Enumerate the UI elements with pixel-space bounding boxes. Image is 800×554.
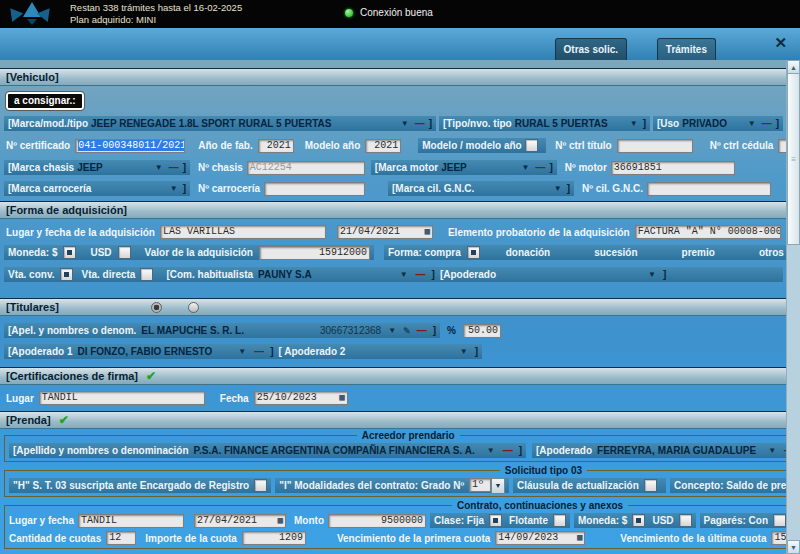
dropdown-icon[interactable]: ▼ bbox=[520, 163, 532, 172]
dropdown-icon[interactable]: ▼ bbox=[153, 163, 165, 172]
tab-tramites[interactable]: Trámites bbox=[657, 38, 716, 60]
connection-label: Conexión buena bbox=[360, 7, 433, 18]
dropdown-icon[interactable]: ▼ bbox=[386, 326, 398, 335]
modelo-anio-input[interactable]: 2021 bbox=[365, 139, 401, 153]
edit-icon[interactable]: ✎ bbox=[403, 326, 411, 336]
dropdown-icon[interactable]: ▼ bbox=[458, 347, 470, 356]
dropdown-icon[interactable]: ▼ bbox=[628, 119, 640, 128]
a-consignar-button[interactable]: a consignar.: bbox=[6, 92, 84, 110]
cert-fecha-input[interactable]: 25/10/2023 ▦ bbox=[254, 391, 348, 405]
dropdown-icon[interactable]: ▼ bbox=[491, 478, 505, 494]
titular-radio-2[interactable] bbox=[188, 302, 199, 313]
connection-status: Conexión buena bbox=[345, 7, 433, 18]
remove-icon[interactable]: — bbox=[502, 445, 514, 456]
vta-directa-checkbox[interactable] bbox=[140, 268, 153, 281]
remove-icon[interactable]: — bbox=[415, 269, 427, 280]
vta-conv-checkbox[interactable] bbox=[60, 268, 73, 281]
remove-icon[interactable]: — bbox=[416, 325, 428, 336]
remove-icon[interactable]: — bbox=[414, 118, 426, 129]
contrato-lugar-input[interactable]: TANDIL bbox=[78, 514, 184, 528]
donacion-label[interactable]: donación bbox=[506, 247, 550, 258]
cert-lugar-input[interactable]: TANDIL bbox=[39, 391, 205, 405]
tipo-nvo-tipo-group: [Tipo/nvo. tipo RURAL 5 PUERTAS ▼ ] bbox=[439, 116, 650, 131]
lugar-adquisicion-input[interactable]: LAS VARILLAS bbox=[160, 225, 326, 239]
tab-otras-solicitudes[interactable]: Otras solic. bbox=[555, 38, 627, 60]
compra-checkbox[interactable] bbox=[467, 246, 480, 259]
contrato-fecha-input[interactable]: 27/04/2021 ▦ bbox=[194, 514, 286, 528]
calendar-icon[interactable]: ▦ bbox=[425, 227, 430, 237]
remove-icon[interactable]: — bbox=[253, 346, 265, 357]
premio-label[interactable]: premio bbox=[682, 247, 715, 258]
bracket-close: ] bbox=[567, 183, 570, 194]
importe-input[interactable]: 1209 bbox=[242, 531, 306, 545]
certificado-input[interactable]: 041-000348011/2021 bbox=[75, 139, 185, 153]
dropdown-icon[interactable]: ▼ bbox=[552, 184, 564, 193]
flotante-checkbox[interactable] bbox=[553, 514, 566, 527]
contrato-pesos-checkbox[interactable] bbox=[632, 514, 645, 527]
moneda-valor-group: Moneda: $ USD Valor de la adquisición 15… bbox=[4, 245, 374, 260]
scroll-down-icon[interactable]: ▼ bbox=[787, 540, 800, 554]
calendar-icon[interactable]: ▦ bbox=[339, 393, 344, 403]
n-carroceria-input[interactable] bbox=[264, 182, 365, 196]
n-gnc-label: Nº cil. G.N.C. bbox=[582, 183, 643, 194]
dropdown-icon[interactable]: ▼ bbox=[646, 270, 658, 279]
dropdown-icon[interactable]: ▼ bbox=[168, 184, 180, 193]
vertical-scrollbar[interactable]: ▲ ≡ ▼ bbox=[786, 60, 800, 554]
dropdown-icon[interactable]: ▼ bbox=[766, 446, 778, 455]
n-chasis-input[interactable]: AC12254 bbox=[247, 161, 365, 175]
modelo-modelo-anio-label: Modelo / modelo año bbox=[422, 140, 521, 151]
elemento-probatorio-input[interactable]: FACTURA "A" N° 00008-00016618 bbox=[635, 225, 781, 239]
calendar-icon[interactable]: ▦ bbox=[278, 516, 283, 526]
n-gnc-input[interactable] bbox=[647, 182, 771, 196]
remove-icon[interactable]: — bbox=[761, 118, 773, 129]
calendar-icon[interactable]: ▦ bbox=[577, 533, 582, 543]
modelo-modelo-anio-checkbox[interactable] bbox=[525, 139, 538, 152]
otros-label[interactable]: otros bbox=[759, 247, 784, 258]
porcentaje-input[interactable]: 50.00 bbox=[463, 324, 501, 338]
acreedor-label: [Apellido y nombres o denominación bbox=[13, 445, 189, 456]
moneda-pesos-checkbox[interactable] bbox=[63, 246, 76, 259]
uso-label: [Uso bbox=[657, 118, 679, 129]
dropdown-icon[interactable]: ▼ bbox=[399, 119, 411, 128]
contrato-moneda-label: Moneda: $ bbox=[578, 515, 627, 526]
clase-fija-checkbox[interactable] bbox=[489, 514, 502, 527]
marca-mod-tipo-label: [Marca/mod./tipo bbox=[8, 118, 88, 129]
fecha-adquisicion-input[interactable]: 21/04/2021 ▦ bbox=[337, 225, 433, 239]
cuotas-input[interactable]: 12 bbox=[106, 531, 136, 545]
venc1-input[interactable]: 14/09/2023 ▦ bbox=[495, 531, 585, 545]
n-motor-input[interactable]: 36691851 bbox=[611, 161, 735, 175]
scroll-up-icon[interactable]: ▲ bbox=[787, 60, 800, 74]
clase-fija-label: Clase: Fija bbox=[434, 515, 484, 526]
dropdown-icon[interactable]: ▼ bbox=[236, 347, 248, 356]
cuit-value: 30667312368 bbox=[320, 325, 381, 336]
bracket-close: ] bbox=[433, 325, 436, 336]
acreedor-fieldset: Acreedor prendario [Apellido y nombres o… bbox=[4, 430, 788, 462]
usd-checkbox[interactable] bbox=[118, 246, 131, 259]
remove-icon[interactable]: — bbox=[168, 162, 180, 173]
elemento-probatorio-label: Elemento probatorio de la adquisición bbox=[448, 227, 630, 238]
valor-adquisicion-input[interactable]: 15912000 bbox=[259, 246, 370, 260]
marca-carroceria-group: [Marca carrocería ▼ ] bbox=[4, 181, 190, 196]
monto-input[interactable]: 9500000 bbox=[328, 514, 426, 528]
close-icon[interactable]: ✕ bbox=[774, 35, 787, 50]
ctrl-titulo-input[interactable] bbox=[617, 139, 693, 153]
acreedor-apoderado-label: [Apoderado bbox=[536, 445, 592, 456]
sucesion-label[interactable]: sucesión bbox=[594, 247, 637, 258]
dropdown-icon[interactable]: ▼ bbox=[746, 119, 758, 128]
ctrl-cedula-label: Nº ctrl cédula bbox=[710, 140, 774, 151]
st03-h-checkbox[interactable] bbox=[254, 479, 267, 492]
usd-label: USD bbox=[90, 247, 111, 258]
uso-group: [Uso PRIVADO ▼ — ] bbox=[653, 116, 783, 131]
pagares-con-checkbox[interactable] bbox=[773, 514, 786, 527]
porcentaje-label: % bbox=[447, 325, 456, 336]
dropdown-icon[interactable]: ▼ bbox=[398, 270, 410, 279]
remove-icon[interactable]: — bbox=[534, 162, 546, 173]
contrato-usd-checkbox[interactable] bbox=[679, 514, 692, 527]
scrollbar-thumb[interactable]: ≡ bbox=[787, 73, 800, 245]
fecha-adquisicion-value: 21/04/2021 bbox=[340, 226, 400, 238]
anio-fab-input[interactable]: 2021 bbox=[258, 139, 294, 153]
dropdown-icon[interactable]: ▼ bbox=[485, 446, 497, 455]
clausula-checkbox[interactable] bbox=[644, 479, 657, 492]
titular-radio-1[interactable] bbox=[151, 302, 162, 313]
grado-select[interactable]: 1º ▼ bbox=[469, 478, 505, 494]
